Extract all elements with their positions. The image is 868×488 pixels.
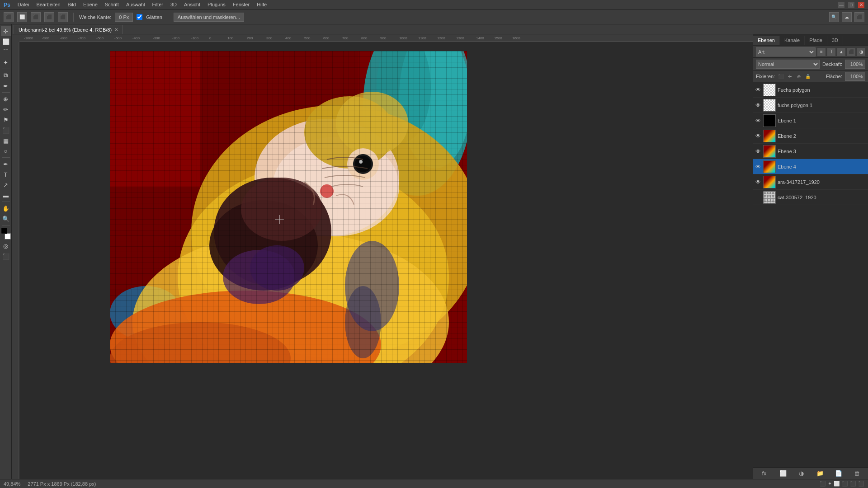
- eraser-tool[interactable]: ⬛: [1, 125, 11, 135]
- separator2: [168, 13, 168, 22]
- layer-item[interactable]: 👁 Ebene 3: [753, 144, 868, 159]
- document-tab[interactable]: Unbenannt-2 bei 49,8% (Ebene 4, RGB/8) ✕: [14, 25, 123, 34]
- layer-mask-button[interactable]: ⬜: [778, 469, 788, 478]
- hand-tool[interactable]: ✋: [1, 203, 11, 213]
- tab-kanaele[interactable]: Kanäle: [780, 36, 805, 45]
- path-select-tool[interactable]: ↗: [1, 180, 11, 190]
- new-layer-button[interactable]: 📄: [834, 469, 843, 478]
- menu-bearbeiten[interactable]: Bearbeiten: [36, 2, 60, 8]
- brush-tool[interactable]: ✏: [1, 104, 11, 114]
- layer-item[interactable]: 👁 ara-3417217_1920: [753, 174, 868, 190]
- layer-icon-text[interactable]: T: [827, 48, 835, 56]
- maximize-button[interactable]: □: [848, 2, 854, 8]
- menu-ansicht[interactable]: Ansicht: [184, 2, 200, 8]
- layer-item[interactable]: 👁 fuchs polygon 1: [753, 98, 868, 113]
- eyedropper-tool[interactable]: ✒: [1, 81, 11, 91]
- layer-item[interactable]: 👁 Fuchs polygon: [753, 82, 868, 98]
- select-mask-button[interactable]: Auswählen und maskieren...: [174, 13, 244, 22]
- visibility-toggle[interactable]: 👁: [755, 87, 761, 93]
- zoom-tool[interactable]: 🔍: [1, 214, 11, 224]
- menu-hilfe[interactable]: Hilfe: [257, 2, 267, 8]
- visibility-toggle[interactable]: 👁: [755, 164, 761, 170]
- crop-tool[interactable]: ⧉: [1, 70, 11, 80]
- move-tool[interactable]: ✛: [1, 26, 11, 36]
- document-tab-close[interactable]: ✕: [114, 27, 118, 32]
- layer-item[interactable]: 👁 Ebene 2: [753, 128, 868, 144]
- fill-input[interactable]: [845, 72, 865, 81]
- tool-options-icon4[interactable]: ⬛: [44, 12, 54, 22]
- tab-3d[interactable]: 3D: [827, 36, 843, 45]
- menu-bild[interactable]: Bild: [68, 2, 76, 8]
- pen-tool[interactable]: ✒: [1, 159, 11, 169]
- visibility-toggle[interactable]: 👁: [755, 148, 761, 155]
- tool-options-icon5[interactable]: ⬛: [58, 12, 68, 22]
- art-select[interactable]: Art: [756, 47, 816, 56]
- canvas-viewport[interactable]: [19, 42, 753, 479]
- menu-schrift[interactable]: Schrift: [105, 2, 119, 8]
- menu-auswahl[interactable]: Auswahl: [126, 2, 145, 8]
- layer-tools-row: Art ≡ T ▲ ⬛ ◑: [753, 46, 868, 58]
- svg-text:-600: -600: [96, 36, 104, 40]
- magic-wand-tool[interactable]: ✦: [1, 57, 11, 67]
- layer-icon-shape[interactable]: ▲: [837, 48, 845, 56]
- type-tool[interactable]: T: [1, 169, 11, 179]
- screen-mode-button[interactable]: ⬛: [1, 251, 11, 261]
- layer-adjustment-button[interactable]: ◑: [797, 469, 806, 478]
- lock-position-icon[interactable]: ⬛: [778, 73, 784, 80]
- select-rect-tool[interactable]: ⬜: [1, 37, 11, 47]
- layer-mode-dropdown[interactable]: Normal: [756, 60, 820, 69]
- menu-3d[interactable]: 3D: [170, 2, 177, 8]
- tool-options-icon3[interactable]: ⬛: [31, 12, 41, 22]
- layer-item[interactable]: cat-300572_1920: [753, 190, 868, 205]
- minimize-button[interactable]: —: [838, 2, 844, 8]
- layer-icon-adj[interactable]: ◑: [857, 48, 865, 56]
- visibility-toggle[interactable]: 👁: [755, 102, 761, 108]
- layer-thumbnail: [763, 176, 776, 188]
- visibility-toggle[interactable]: [755, 194, 761, 201]
- layer-icon-filter[interactable]: ≡: [817, 48, 826, 56]
- shape-tool[interactable]: ▬: [1, 190, 11, 200]
- layer-fx-button[interactable]: fx: [760, 469, 769, 478]
- dodge-tool[interactable]: ○: [1, 146, 11, 156]
- menu-ebene[interactable]: Ebene: [83, 2, 98, 8]
- menu-plugins[interactable]: Plug-ins: [208, 2, 226, 8]
- foreground-color-swatch[interactable]: [1, 228, 7, 234]
- background-color-swatch[interactable]: [5, 233, 11, 239]
- cloud-icon[interactable]: ☁: [842, 12, 852, 22]
- close-button[interactable]: ✕: [858, 2, 864, 8]
- visibility-toggle[interactable]: 👁: [755, 117, 761, 124]
- glatt-label: Glätten: [146, 14, 162, 20]
- search-icon[interactable]: 🔍: [829, 12, 839, 22]
- opacity-input[interactable]: [845, 60, 865, 69]
- menu-fenster[interactable]: Fenster: [233, 2, 250, 8]
- gradient-tool[interactable]: ▦: [1, 136, 11, 145]
- tool-options-icon2[interactable]: ⬜: [17, 12, 27, 22]
- tab-pfade[interactable]: Pfade: [805, 36, 827, 45]
- lock-move-icon[interactable]: ✛: [787, 73, 793, 80]
- lock-all-icon[interactable]: 🔒: [805, 73, 811, 80]
- layer-item[interactable]: 👁 Ebene 1: [753, 113, 868, 128]
- statusbar-right: ⬛ ✦ ⬜ ⬛ ⬛ ⬛: [820, 481, 864, 487]
- smooth-input[interactable]: [115, 13, 133, 22]
- svg-point-58: [336, 92, 408, 155]
- mask-mode-button[interactable]: ◎: [1, 241, 11, 251]
- layer-item[interactable]: 👁 Ebene 4: [753, 159, 868, 174]
- visibility-toggle[interactable]: 👁: [755, 179, 761, 185]
- sep3: [2, 157, 10, 158]
- visibility-toggle[interactable]: 👁: [755, 133, 761, 139]
- ruler-h-svg: -1000 -900 -800 -700 -600 -500 -400 -300…: [19, 34, 753, 42]
- window-controls: — □ ✕: [838, 2, 864, 8]
- arrange-icon[interactable]: ⬛: [854, 12, 864, 22]
- menu-datei[interactable]: Datei: [18, 2, 29, 8]
- layer-icon-pixel[interactable]: ⬛: [847, 48, 855, 56]
- healing-tool[interactable]: ⊕: [1, 94, 11, 104]
- tool-options-icon1[interactable]: ⬛: [4, 12, 14, 22]
- menu-filter[interactable]: Filter: [152, 2, 163, 8]
- delete-layer-button[interactable]: 🗑: [853, 469, 862, 478]
- glatt-checkbox[interactable]: [137, 14, 142, 20]
- layer-group-button[interactable]: 📁: [816, 469, 825, 478]
- lasso-tool[interactable]: ⌒: [1, 47, 11, 57]
- clone-stamp-tool[interactable]: ⚑: [1, 115, 11, 125]
- tab-ebenen[interactable]: Ebenen: [753, 36, 780, 45]
- lock-artboard-icon[interactable]: ⊕: [796, 73, 802, 80]
